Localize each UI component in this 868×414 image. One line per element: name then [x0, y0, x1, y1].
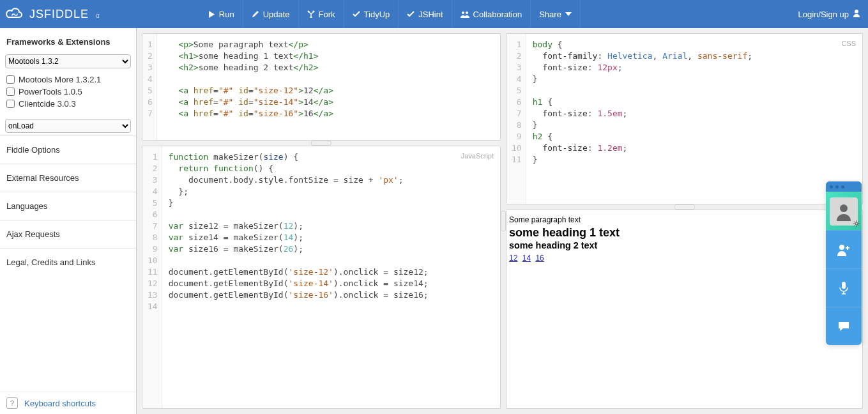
fork-label: Fork: [319, 10, 335, 19]
topbar: JSFIDDLE α Run Update Fork TidyUp JSHint…: [0, 0, 868, 28]
collaboration-button[interactable]: Collaboration: [452, 0, 531, 28]
share-label: Share: [539, 10, 561, 19]
run-label: Run: [219, 10, 234, 19]
cloud-icon: [5, 7, 24, 21]
check-icon: [353, 11, 360, 17]
tidyup-button[interactable]: TidyUp: [344, 0, 399, 28]
brand-alpha: α: [96, 12, 100, 19]
people-icon: [461, 11, 469, 18]
svg-point-4: [466, 12, 468, 14]
login-signup-button[interactable]: Login/Sign up: [798, 9, 860, 19]
fork-button[interactable]: Fork: [299, 0, 344, 28]
logo[interactable]: JSFIDDLE α: [5, 7, 100, 21]
pencil-icon: [252, 10, 259, 18]
user-icon: [853, 9, 860, 19]
caret-down-icon: [565, 12, 572, 16]
run-button[interactable]: Run: [201, 0, 243, 28]
login-label: Login/Sign up: [798, 10, 849, 19]
svg-point-1: [312, 11, 314, 13]
jshint-label: JSHint: [418, 10, 443, 19]
fork-icon: [307, 10, 315, 18]
svg-point-0: [307, 11, 309, 13]
update-button[interactable]: Update: [243, 0, 299, 28]
play-icon: [209, 11, 215, 18]
brand-name: JSFIDDLE: [29, 8, 89, 21]
collab-label: Collaboration: [473, 10, 522, 19]
svg-point-2: [310, 17, 312, 19]
check-icon: [407, 11, 415, 17]
topbar-buttons: Run Update Fork TidyUp JSHint Collaborat…: [201, 0, 581, 28]
jshint-button[interactable]: JSHint: [399, 0, 452, 28]
tidy-label: TidyUp: [364, 10, 390, 19]
update-label: Update: [263, 10, 290, 19]
svg-point-3: [462, 12, 464, 14]
svg-point-5: [855, 10, 858, 13]
share-button[interactable]: Share: [531, 0, 581, 28]
